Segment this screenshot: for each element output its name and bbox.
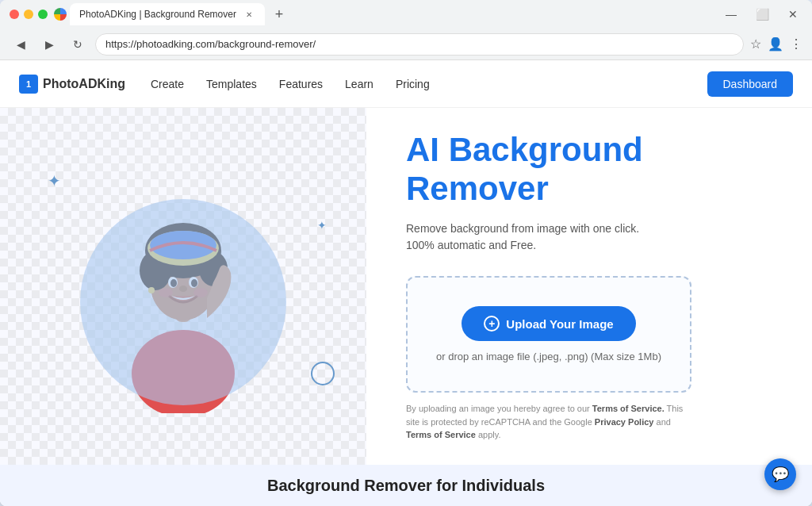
maximize-button[interactable] — [38, 10, 48, 19]
forward-button[interactable]: ▶ — [38, 33, 60, 56]
dashboard-button[interactable]: Dashboard — [707, 71, 794, 97]
tab-bar: PhotoADKing | Background Remover ✕ + — [54, 3, 714, 25]
plus-icon: + — [484, 316, 500, 332]
logo-icon: 1 — [19, 75, 38, 94]
bottom-title: Background Remover for Individuals — [267, 477, 545, 495]
window-restore-icon[interactable]: ⬜ — [751, 6, 774, 22]
page-content: 1 PhotoADKing Create Templates Features … — [0, 60, 812, 506]
window-actions: — ⬜ ✕ — [721, 6, 802, 22]
upload-button[interactable]: + Upload Your Image — [462, 306, 635, 341]
privacy-policy-link[interactable]: Privacy Policy — [595, 417, 654, 427]
hero-subtitle: Remove background from image with one cl… — [406, 220, 660, 254]
upload-dropzone[interactable]: + Upload Your Image or drop an image fil… — [406, 276, 691, 393]
menu-icon[interactable]: ⋮ — [790, 36, 802, 52]
browser-window: PhotoADKing | Background Remover ✕ + — ⬜… — [0, 0, 812, 506]
terms-link-3[interactable]: Terms of Service — [406, 430, 476, 439]
new-tab-button[interactable]: + — [268, 3, 290, 25]
terms-text: By uploading an image you hereby agree t… — [406, 402, 691, 442]
browser-titlebar: PhotoADKing | Background Remover ✕ + — ⬜… — [0, 0, 812, 29]
address-bar[interactable]: https://photoadking.com/background-remov… — [95, 33, 744, 56]
blue-circle-decoration — [80, 199, 286, 405]
close-button[interactable] — [10, 10, 19, 19]
back-button[interactable]: ◀ — [10, 33, 32, 56]
logo-text: PhotoADKing — [43, 77, 125, 91]
circle-decoration — [311, 362, 335, 385]
hero-section: ✦ ✦ — [0, 108, 812, 465]
nav-learn[interactable]: Learn — [345, 78, 373, 90]
nav-templates[interactable]: Templates — [206, 78, 257, 90]
sparkle-icon-2: ✦ — [317, 219, 327, 232]
chat-fab-button[interactable]: 💬 — [764, 458, 796, 490]
refresh-button[interactable]: ↻ — [67, 33, 89, 56]
minimize-button[interactable] — [24, 10, 33, 19]
window-close-icon[interactable]: ✕ — [783, 6, 802, 22]
bookmark-icon[interactable]: ☆ — [750, 36, 761, 52]
window-controls — [10, 10, 48, 19]
hero-image-container — [56, 136, 310, 437]
nav-pricing[interactable]: Pricing — [396, 78, 430, 90]
nav-links: Create Templates Features Learn Pricing — [151, 78, 707, 90]
sparkle-icon-1: ✦ — [48, 171, 61, 190]
url-text: https://photoadking.com/background-remov… — [105, 38, 316, 50]
site-logo[interactable]: 1 PhotoADKing — [19, 75, 125, 94]
terms-link-1[interactable]: Terms of Service. — [592, 404, 665, 413]
hero-right-content: AI Background Remover Remove background … — [366, 108, 812, 465]
browser-logo-icon — [54, 8, 67, 21]
address-bar-row: ◀ ▶ ↻ https://photoadking.com/background… — [0, 29, 812, 60]
address-bar-actions: ☆ 👤 ⋮ — [750, 36, 802, 52]
nav-features[interactable]: Features — [279, 78, 323, 90]
hero-title: AI Background Remover — [406, 131, 772, 208]
nav-create[interactable]: Create — [151, 78, 184, 90]
bottom-section: Background Remover for Individuals — [0, 465, 812, 506]
profile-icon[interactable]: 👤 — [768, 36, 783, 52]
chat-icon: 💬 — [772, 466, 789, 483]
hero-image-area: ✦ ✦ — [0, 108, 366, 465]
browser-tab[interactable]: PhotoADKing | Background Remover ✕ — [70, 3, 265, 25]
site-nav: 1 PhotoADKing Create Templates Features … — [0, 60, 812, 108]
tab-close-icon[interactable]: ✕ — [243, 8, 255, 21]
drop-text: or drop an image file (.jpeg, .png) (Max… — [436, 351, 661, 362]
window-minimize-icon[interactable]: — — [721, 6, 741, 22]
tab-title: PhotoADKing | Background Remover — [79, 9, 236, 20]
